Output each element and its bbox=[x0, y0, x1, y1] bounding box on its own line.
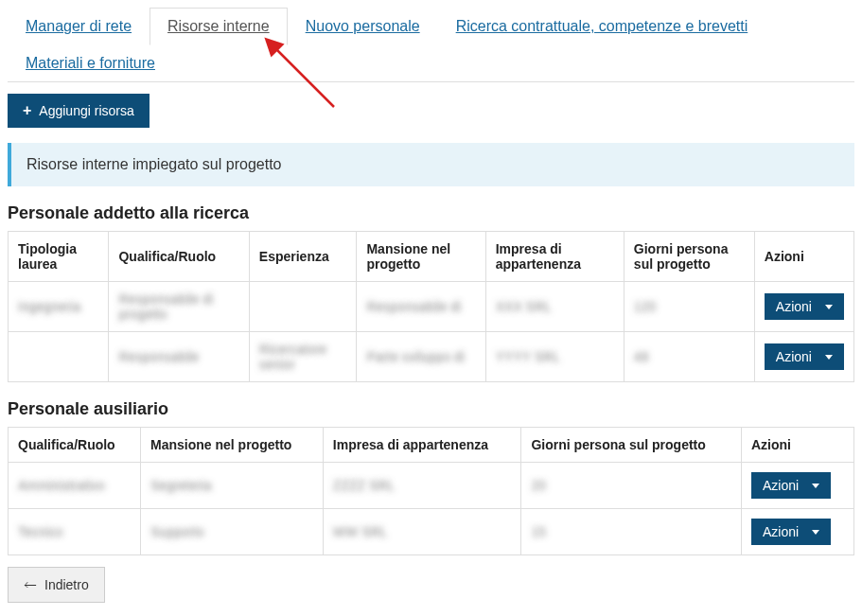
col-giorni-persona: Giorni persona sul progetto bbox=[521, 428, 741, 463]
section-title-research-staff: Personale addetto alla ricerca bbox=[8, 203, 854, 223]
cell-value: Tecnico bbox=[18, 524, 62, 539]
col-mansione: Mansione nel progetto bbox=[357, 232, 485, 282]
cell-value: XXX SRL bbox=[496, 299, 552, 314]
cell-value: Responsabile di progetto bbox=[118, 291, 213, 322]
col-esperienza: Esperienza bbox=[249, 232, 357, 282]
chevron-down-icon bbox=[825, 355, 833, 360]
table-row: Amministrativo Segreteria ZZZZ SRL 20 Az… bbox=[9, 463, 854, 509]
cell-value: Ricercatore senior bbox=[259, 342, 327, 372]
plus-icon: + bbox=[23, 103, 31, 118]
back-button[interactable]: 🡐 Indietro bbox=[8, 567, 105, 603]
cell-value: ZZZZ SRL bbox=[333, 478, 395, 493]
cell-value: Ingegneria bbox=[18, 299, 80, 314]
cell-value: 120 bbox=[634, 299, 656, 314]
cell-value: 15 bbox=[531, 524, 546, 539]
col-mansione: Mansione nel progetto bbox=[141, 428, 324, 463]
col-tipologia-laurea: Tipologia laurea bbox=[9, 232, 109, 282]
back-label: Indietro bbox=[44, 577, 89, 592]
actions-label: Azioni bbox=[763, 524, 799, 539]
actions-label: Azioni bbox=[763, 478, 799, 493]
chevron-down-icon bbox=[825, 305, 833, 309]
table-row: Ingegneria Responsabile di progetto Resp… bbox=[9, 282, 854, 332]
table-row: Tecnico Supporto WW SRL 15 Azioni bbox=[9, 509, 854, 555]
chevron-down-icon bbox=[812, 484, 819, 488]
section-title-auxiliary-staff: Personale ausiliario bbox=[8, 399, 854, 419]
table-row: Responsabile Ricercatore senior Parte sv… bbox=[9, 332, 854, 382]
add-resource-label: Aggiungi risorsa bbox=[39, 103, 133, 118]
col-azioni: Azioni bbox=[741, 428, 853, 463]
toolbar: + Aggiungi risorsa bbox=[8, 94, 854, 128]
cell-value: Amministrativo bbox=[18, 478, 105, 493]
cell-value: Supporto bbox=[150, 524, 204, 539]
info-banner: Risorse interne impiegato sul progetto bbox=[8, 143, 854, 186]
tab-ricerca-contrattuale[interactable]: Ricerca contrattuale, competenze e breve… bbox=[438, 8, 766, 45]
tab-risorse-interne[interactable]: Risorse interne bbox=[150, 8, 288, 45]
row-actions-button[interactable]: Azioni bbox=[751, 519, 831, 545]
cell-value: WW SRL bbox=[333, 524, 388, 539]
footer: 🡐 Indietro bbox=[8, 567, 854, 603]
tab-nuovo-personale[interactable]: Nuovo personale bbox=[288, 8, 438, 45]
chevron-down-icon bbox=[812, 530, 819, 535]
cell-value: Segreteria bbox=[150, 478, 212, 493]
arrow-left-icon: 🡐 bbox=[24, 577, 37, 592]
tab-materiali-forniture[interactable]: Materiali e forniture bbox=[8, 44, 173, 82]
col-qualifica-ruolo: Qualifica/Ruolo bbox=[9, 428, 141, 463]
col-giorni-persona: Giorni persona sul progetto bbox=[624, 232, 754, 282]
col-qualifica-ruolo: Qualifica/Ruolo bbox=[109, 232, 249, 282]
research-staff-table: Tipologia laurea Qualifica/Ruolo Esperie… bbox=[8, 231, 854, 382]
col-impresa: Impresa di appartenenza bbox=[323, 428, 521, 463]
cell-value: 48 bbox=[634, 349, 649, 364]
actions-label: Azioni bbox=[776, 299, 812, 314]
actions-label: Azioni bbox=[776, 349, 812, 364]
cell-value: YYYY SRL bbox=[496, 349, 560, 364]
col-impresa: Impresa di appartenenza bbox=[485, 232, 624, 282]
tabs-bar: Manager di rete Risorse interne Nuovo pe… bbox=[8, 8, 854, 82]
row-actions-button[interactable]: Azioni bbox=[765, 293, 844, 320]
cell-value: Responsabile bbox=[118, 349, 199, 364]
cell-value: Parte sviluppo di bbox=[366, 349, 465, 364]
tab-manager-di-rete[interactable]: Manager di rete bbox=[8, 8, 150, 45]
row-actions-button[interactable]: Azioni bbox=[765, 343, 844, 370]
auxiliary-staff-table: Qualifica/Ruolo Mansione nel progetto Im… bbox=[8, 427, 854, 555]
col-azioni: Azioni bbox=[754, 232, 853, 282]
row-actions-button[interactable]: Azioni bbox=[751, 472, 831, 499]
cell-value: 20 bbox=[531, 478, 546, 493]
add-resource-button[interactable]: + Aggiungi risorsa bbox=[8, 94, 150, 128]
cell-value: Responsabile di bbox=[366, 299, 461, 314]
